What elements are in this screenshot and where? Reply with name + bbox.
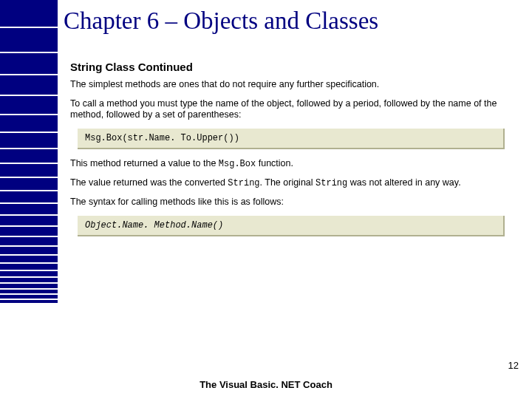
sidebar-block: [0, 284, 58, 288]
sidebar-block: [0, 278, 58, 282]
text-run: . The original: [260, 177, 316, 188]
text-run: was not altered in any way.: [347, 177, 460, 188]
text-run: This method returned a value to the: [70, 158, 219, 168]
sidebar-block: [0, 115, 58, 132]
sidebar-block: [0, 227, 58, 236]
sidebar-block: [0, 0, 58, 27]
sidebar-block: [0, 75, 58, 95]
page-number: 12: [508, 360, 519, 371]
sidebar-block: [0, 264, 58, 270]
sidebar-block: [0, 178, 58, 190]
code-box: Msg.Box(str.Name. To.Upper()): [78, 129, 505, 149]
sidebar-block: [0, 164, 58, 177]
text-run: function.: [256, 158, 293, 168]
chapter-title: Chapter 6 – Objects and Classes: [64, 7, 378, 35]
sidebar-block: [0, 96, 58, 114]
sidebar-block: [0, 53, 58, 74]
content-area: String Class Continued The simplest meth…: [70, 61, 514, 245]
paragraph: The syntax for calling methods like this…: [70, 197, 514, 208]
sidebar-block: [0, 300, 58, 303]
decorative-sidebar: [0, 0, 58, 399]
code-box: Object.Name. Method.Name(): [78, 216, 505, 236]
sidebar-block: [0, 290, 58, 293]
inline-code: Msg.Box: [219, 159, 256, 169]
inline-code: String: [228, 178, 259, 188]
sidebar-block: [0, 133, 58, 148]
sidebar-block: [0, 191, 58, 202]
sidebar-block: [0, 149, 58, 163]
sidebar-block: [0, 271, 58, 276]
paragraph: The value returned was the converted Str…: [70, 177, 514, 189]
paragraph: To call a method you must type the name …: [70, 98, 514, 121]
text-run: The value returned was the converted: [70, 177, 228, 188]
sidebar-block: [0, 295, 58, 299]
sidebar-block: [0, 237, 58, 245]
sidebar-block: [0, 204, 58, 214]
sidebar-block: [0, 28, 58, 52]
inline-code: String: [316, 178, 347, 188]
section-heading: String Class Continued: [70, 61, 514, 73]
sidebar-block: [0, 216, 58, 225]
paragraph: The simplest methods are ones that do no…: [70, 79, 514, 91]
sidebar-block: [0, 256, 58, 262]
footer-text: The Visual Basic. NET Coach: [0, 379, 532, 390]
sidebar-block: [0, 247, 58, 254]
paragraph: This method returned a value to the Msg.…: [70, 158, 514, 170]
